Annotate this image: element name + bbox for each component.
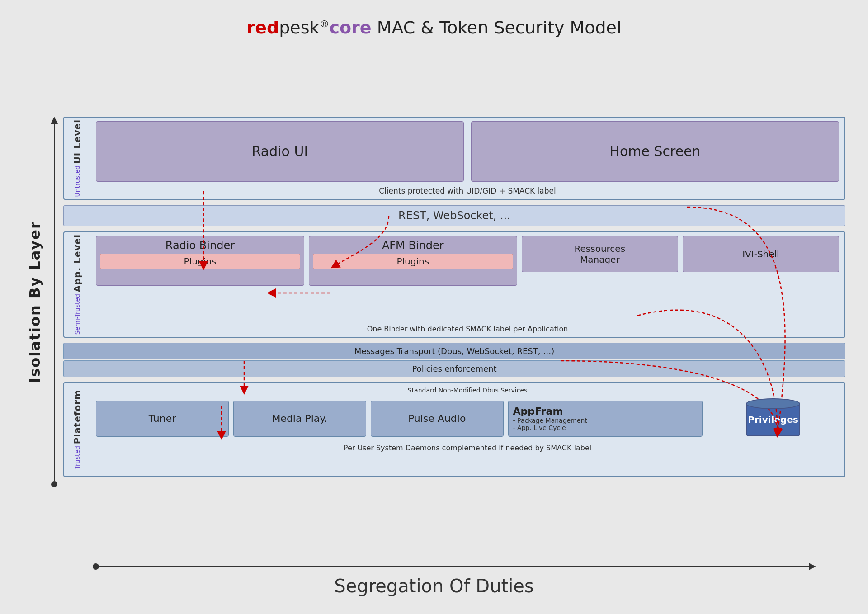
plat-layer-content: Standard Non-Modified Dbus Services Tune… — [90, 383, 844, 476]
diagram-content: UI Level Untrusted Radio UI Home Screen … — [63, 117, 845, 487]
plat-layer-sublabel: Trusted — [74, 446, 81, 469]
bottom-arrow-right-icon — [809, 563, 816, 570]
title-red: red — [246, 18, 279, 38]
bottom-line — [99, 566, 809, 567]
bottom-axis-label: Segregation Of Duties — [334, 576, 533, 596]
resources-manager-box: RessourcesManager — [522, 236, 678, 272]
rest-bar: REST, WebSocket, ... — [63, 205, 845, 226]
appfram-sub2: - App. Live Cycle — [513, 424, 566, 431]
app-layer-content: Radio Binder Plugins AFM Binder Plugins … — [90, 232, 844, 337]
ui-layer-label-col: UI Level Untrusted — [64, 118, 90, 199]
ivi-shell-label: IVI-Shell — [742, 249, 779, 260]
appfram-box: AppFram - Package Management - App. Live… — [508, 401, 703, 437]
arrow-line-v — [54, 124, 55, 481]
title-registered: ® — [319, 18, 329, 29]
home-screen-box: Home Screen — [471, 121, 839, 182]
left-axis: Isolation By Layer — [23, 117, 63, 487]
ivi-shell-box: IVI-Shell — [683, 236, 839, 272]
afm-binder-title: AFM Binder — [382, 239, 444, 252]
radio-binder-plugin: Plugins — [100, 254, 300, 269]
left-arrow — [51, 117, 58, 487]
afm-binder-box: AFM Binder Plugins — [309, 236, 517, 286]
main-container: redpesk®core MAC & Token Security Model … — [23, 18, 845, 596]
bottom-arrow-row — [93, 563, 816, 570]
bottom-section: Segregation Of Duties — [23, 563, 845, 596]
privileges-label: Privileges — [748, 414, 798, 425]
app-layer: App. Level Semi-Trusted Radio Binder Plu… — [63, 231, 845, 338]
app-layer-label-col: App. Level Semi-Trusted — [64, 232, 90, 337]
ui-layer-content: Radio UI Home Screen Clients protected w… — [90, 118, 844, 199]
ui-caption: Clients protected with UID/GID + SMACK l… — [96, 186, 839, 195]
app-boxes-row: Radio Binder Plugins AFM Binder Plugins … — [96, 236, 839, 320]
transport-section: Messages Transport (Dbus, WebSocket, RES… — [63, 342, 845, 378]
tuner-box: Tuner — [96, 401, 229, 437]
main-title: redpesk®core MAC & Token Security Model — [246, 18, 621, 38]
left-axis-label: Isolation By Layer — [26, 221, 43, 383]
plat-layer: Plateform Trusted Standard Non-Modified … — [63, 382, 845, 477]
transport-bar-2: Policies enforcement — [63, 360, 845, 377]
afm-binder-plugin: Plugins — [313, 254, 513, 269]
arrow-dot-icon — [51, 481, 57, 487]
appfram-sub1: - Package Management — [513, 417, 587, 424]
radio-ui-box: Radio UI — [96, 121, 464, 182]
cylinder-top — [746, 398, 800, 409]
appfram-title: AppFram — [513, 406, 563, 417]
ui-layer-label: UI Level — [72, 119, 83, 164]
bottom-dot-icon — [93, 563, 99, 570]
plat-std-caption: Standard Non-Modified Dbus Services — [96, 387, 839, 394]
app-layer-sublabel: Semi-Trusted — [74, 294, 81, 335]
plat-caption: Per User System Daemons complemented if … — [96, 444, 839, 452]
ui-boxes-row: Radio UI Home Screen — [96, 121, 839, 182]
app-caption: One Binder with dedicated SMACK label pe… — [96, 325, 839, 333]
privileges-box: Privileges — [707, 398, 839, 439]
plat-layer-label: Plateform — [72, 390, 83, 444]
arrow-up-icon — [51, 117, 58, 124]
plat-boxes-row: Tuner Media Play. Pulse Audio AppFram - … — [96, 398, 839, 439]
transport-bar-1: Messages Transport (Dbus, WebSocket, RES… — [63, 343, 845, 359]
privileges-cylinder: Privileges — [746, 398, 800, 439]
title-suffix: MAC & Token Security Model — [372, 18, 622, 38]
resources-manager-label: RessourcesManager — [575, 243, 626, 265]
pulse-audio-box: Pulse Audio — [371, 401, 504, 437]
title-pesk: pesk — [279, 18, 319, 38]
title-core: core — [329, 18, 371, 38]
app-layer-label: App. Level — [72, 234, 83, 292]
diagram-area: Isolation By Layer UI Level Untrusted Ra… — [23, 46, 845, 558]
media-play-box: Media Play. — [233, 401, 366, 437]
radio-binder-title: Radio Binder — [165, 239, 235, 252]
radio-binder-box: Radio Binder Plugins — [96, 236, 304, 286]
ui-layer-sublabel: Untrusted — [74, 165, 81, 197]
plat-layer-label-col: Plateform Trusted — [64, 383, 90, 476]
ui-layer: UI Level Untrusted Radio UI Home Screen … — [63, 117, 845, 200]
